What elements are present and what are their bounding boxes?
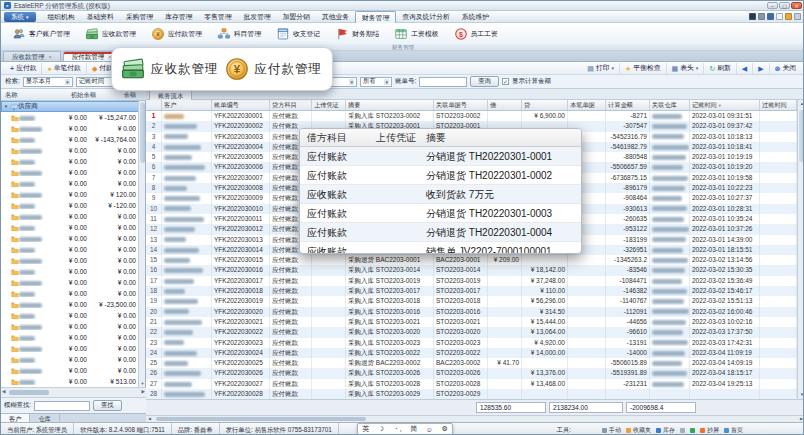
refresh-button[interactable]: ↻刷新: [704, 63, 736, 74]
header-本笔单据[interactable]: 本笔单据: [568, 100, 606, 110]
menu-item-批发管理[interactable]: 批发管理: [237, 11, 276, 23]
tree-item-supplier[interactable]: ¥ 0.00¥ 0.00: [1, 343, 139, 354]
header-过账时间[interactable]: 过账时间: [760, 100, 797, 110]
header-rownum[interactable]: [146, 100, 162, 110]
tab-close-icon[interactable]: ×: [49, 52, 52, 62]
scroll-left-icon[interactable]: ◀: [148, 416, 151, 421]
left-panel-vertical-scrollbar[interactable]: ▲▼: [138, 101, 145, 387]
scroll-down-icon[interactable]: ▼: [798, 391, 804, 399]
query-button[interactable]: 查询: [470, 76, 499, 87]
popup-row[interactable]: 应付账款分销退货 TH20220301-0002: [300, 166, 581, 185]
period-select[interactable]: 显示本月▾: [23, 77, 73, 87]
tree-item-supplier[interactable]: ¥ 0.00¥ 0.00: [1, 288, 139, 299]
customer-account-button[interactable]: 客户账户管理: [6, 26, 76, 42]
popup-row[interactable]: 应收账款销售单 JV2202-7000100001: [300, 242, 581, 254]
table-row[interactable]: 19YFK2022030019应付账款采购入库 STO2203-0018STO2…: [146, 296, 797, 306]
next-button[interactable]: ▶: [753, 63, 769, 74]
menu-item-加盟分销[interactable]: 加盟分销: [277, 11, 316, 23]
ime-icon[interactable]: ☺: [426, 426, 433, 433]
tree-item-supplier[interactable]: ¥ 0.00¥ 0.00: [1, 244, 139, 255]
menu-item-基础资料[interactable]: 基础资料: [81, 11, 120, 23]
tray-icon[interactable]: [776, 13, 783, 20]
ime-icon[interactable]: ⚙: [441, 425, 447, 433]
tree-root-suppliers[interactable]: ▼供应商: [1, 101, 139, 112]
tree-item-supplier[interactable]: ¥ 0.00¥ -143,764.00: [1, 134, 139, 145]
tree-item-supplier[interactable]: ¥ 0.00¥ 0.00: [1, 277, 139, 288]
tool-收藏夹[interactable]: 收藏夹: [626, 426, 651, 435]
table-row[interactable]: 25YFK2022030025应付账款采购退货 BAC2203-0002BAC2…: [146, 358, 797, 368]
header-关联单据号[interactable]: 关联单据号: [434, 100, 488, 110]
tool-icon[interactable]: [680, 428, 685, 433]
salary-template-button[interactable]: 工资模板: [388, 26, 444, 42]
balance-check-button[interactable]: ★平衡检查: [620, 63, 666, 74]
table-row[interactable]: 23YFK2022030023应付账款采购入库 STO2203-0023STO2…: [146, 338, 797, 348]
tool-icon[interactable]: [690, 428, 695, 433]
tree-item-supplier[interactable]: ¥ 0.00¥ 0.00: [1, 222, 139, 233]
tab-account-flow[interactable]: 账务流水: [149, 90, 192, 100]
find-button[interactable]: 查找: [93, 400, 122, 411]
header-关联仓库[interactable]: 关联仓库: [650, 100, 690, 110]
receivable-button[interactable]: 应收款管理: [79, 26, 142, 42]
popup-row[interactable]: 应付账款分销退货 TH20220301-0001: [300, 147, 581, 166]
subject-button[interactable]: 科目管理: [211, 26, 267, 42]
register-button[interactable]: 收支登记: [270, 26, 326, 42]
show-calc-checkbox[interactable]: ✓: [502, 78, 509, 85]
header-记账时间[interactable]: 记账时间 ▼: [690, 100, 760, 110]
tree-item-supplier[interactable]: ¥ 0.00¥ 0.00: [1, 255, 139, 266]
table-row[interactable]: 21YFK2022030021应付账款采购入库 STO2203-0021STO2…: [146, 317, 797, 327]
tray-icon[interactable]: [749, 13, 756, 20]
scrollbar-thumb[interactable]: [156, 417, 366, 421]
menu-item-零售管理[interactable]: 零售管理: [198, 11, 237, 23]
prev-button[interactable]: ◀: [737, 63, 753, 74]
table-row[interactable]: 27YFK2022030027应付账款采购入库 STO2203-0028STO2…: [146, 379, 797, 389]
popup-row[interactable]: 应付账款分销退货 TH20220301-0003: [300, 204, 581, 223]
tray-icon[interactable]: [767, 13, 774, 20]
header-上传凭证[interactable]: 上传凭证: [312, 100, 346, 110]
tree-item-supplier[interactable]: ¥ 0.00¥ 513.00: [1, 376, 139, 387]
tool-手动[interactable]: 手动: [602, 426, 621, 435]
tray-icon[interactable]: [785, 13, 792, 20]
tool-首页[interactable]: 首页: [724, 426, 743, 435]
table-row[interactable]: 16YFK2022030016应付账款采购入库 STO2203-0014STO2…: [146, 265, 797, 275]
table-row[interactable]: 18YFK2022030018应付账款采购入库 STO2203-0017STO2…: [146, 286, 797, 296]
ime-language-bar[interactable]: 英☽・,简☺⚙: [357, 423, 453, 435]
popup-row[interactable]: 应付账款分销退货 TH20220301-0004: [300, 223, 581, 242]
tree-item-supplier[interactable]: ¥ 0.00¥ 0.00: [1, 178, 139, 189]
tree-item-supplier[interactable]: ¥ 0.00¥ -23,500.00: [1, 299, 139, 310]
tree-item-supplier[interactable]: ¥ 0.00¥ 0.00: [1, 310, 139, 321]
table-row[interactable]: 26YFK2022030026应付账款采购入库 STO2203-0026STO2…: [146, 368, 797, 378]
header-借[interactable]: 借: [488, 100, 522, 110]
tree-item-supplier[interactable]: ¥ 0.00¥ 0.00: [1, 266, 139, 277]
tree-item-supplier[interactable]: ¥ 0.00¥ 0.00: [1, 145, 139, 156]
system-menu-button[interactable]: 系统▾: [4, 12, 36, 22]
tree-item-supplier[interactable]: ¥ 0.00¥ 0.00: [1, 332, 139, 343]
scroll-left-icon[interactable]: ◀: [2, 389, 5, 394]
tool-抄屏[interactable]: 抄屏: [700, 426, 719, 435]
tree-item-supplier[interactable]: ¥ 0.00¥ 0.00: [1, 354, 139, 365]
minimize-button[interactable]: –: [767, 2, 778, 9]
ime-icon[interactable]: ・,: [393, 424, 402, 434]
table-row[interactable]: 20YFK2022030020应付账款采购入库 STO2203-0016STO2…: [146, 307, 797, 317]
table-row[interactable]: 22YFK2022030022应付账款采购入库 STO2203-0020STO2…: [146, 327, 797, 337]
close-button[interactable]: ✕: [791, 2, 802, 9]
tree-item-supplier[interactable]: ¥ 0.00¥ 0.00: [1, 211, 139, 222]
scroll-right-icon[interactable]: ▶: [142, 389, 145, 394]
employee-salary-button[interactable]: $员工工资: [448, 26, 504, 42]
scroll-right-icon[interactable]: ▶: [800, 416, 803, 421]
scroll-down-icon[interactable]: ▼: [139, 380, 146, 387]
menu-item-系统维护[interactable]: 系统维护: [456, 11, 495, 23]
tree-item-supplier[interactable]: ¥ 0.00¥ 0.00: [1, 167, 139, 178]
table-row[interactable]: 28YFK2022030028应付账款采购入库 STO2203-0029STO2…: [146, 389, 797, 399]
tree-item-supplier[interactable]: ¥ 0.00¥ 0.00: [1, 365, 139, 376]
tree-item-supplier[interactable]: ¥ 0.00¥ -120.00: [1, 200, 139, 211]
ime-icon[interactable]: 简: [410, 424, 417, 434]
single-pay-button[interactable]: ●单笔付款: [42, 63, 86, 74]
menu-item-财务管理[interactable]: 财务管理: [355, 11, 396, 23]
header-账单编号[interactable]: 账单编号: [212, 100, 270, 110]
scroll-up-icon[interactable]: ▲: [798, 100, 804, 108]
tree-item-supplier[interactable]: ¥ 0.00¥ 0.00: [1, 233, 139, 244]
menu-item-库存管理[interactable]: 库存管理: [159, 11, 198, 23]
tray-icon[interactable]: [758, 13, 765, 20]
menu-item-采购管理[interactable]: 采购管理: [120, 11, 159, 23]
period-close-button[interactable]: 财务期结: [329, 26, 385, 42]
